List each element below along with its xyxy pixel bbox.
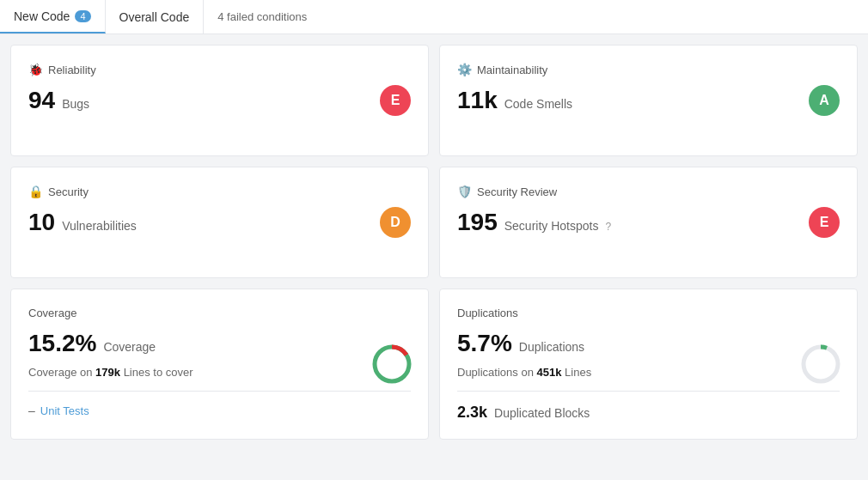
security-grade: D	[380, 207, 411, 238]
coverage-value: 15.2%	[28, 330, 96, 357]
duplications-donut-svg	[798, 342, 843, 386]
maintainability-metric: 11k Code Smells	[457, 87, 840, 114]
reliability-metric: 94 Bugs	[28, 87, 411, 114]
maintainability-card: ⚙️ Maintainability 11k Code Smells A	[439, 45, 858, 156]
security-card: 🔒 Security 10 Vulnerabilities D	[10, 167, 429, 278]
coverage-metric: 15.2% Coverage	[28, 330, 411, 357]
reliability-title: 🐞 Reliability	[28, 63, 411, 76]
maintainability-value: 11k	[457, 87, 498, 114]
coverage-sub: Coverage on 179k Lines to cover	[28, 366, 411, 379]
tab-overall-code-label: Overall Code	[119, 10, 190, 24]
duplications-metric: 5.7% Duplications	[457, 330, 840, 357]
tab-overall-code[interactable]: Overall Code	[106, 0, 205, 33]
tab-new-code-badge: 4	[75, 10, 90, 22]
coverage-donut-container	[370, 342, 414, 386]
security-metric: 10 Vulnerabilities	[28, 209, 411, 236]
duplications-donut-container	[798, 342, 843, 386]
tab-new-code-label: New Code	[14, 9, 70, 23]
tab-new-code[interactable]: New Code 4	[0, 0, 106, 33]
coverage-label: Coverage	[103, 340, 156, 354]
duplications-blocks-label: Duplicated Blocks	[494, 406, 590, 420]
reliability-icon: 🐞	[28, 63, 43, 76]
duplications-sub: Duplications on 451k Lines	[457, 366, 840, 379]
maintainability-label: Code Smells	[504, 97, 572, 111]
security-icon: 🔒	[28, 185, 43, 198]
coverage-title: Coverage	[28, 307, 411, 319]
duplications-blocks-row: 2.3k Duplicated Blocks	[457, 404, 840, 422]
coverage-donut-svg	[370, 342, 414, 386]
security-review-card: 🛡️ Security Review 195 Security Hotspots…	[439, 167, 858, 278]
security-review-help-icon[interactable]: ?	[605, 221, 611, 233]
reliability-label: Bugs	[62, 97, 89, 111]
duplications-value: 5.7%	[457, 330, 512, 357]
unit-tests-dash: –	[28, 404, 35, 417]
reliability-grade: E	[380, 85, 411, 116]
duplications-label: Duplications	[519, 340, 584, 354]
security-label: Vulnerabilities	[62, 219, 137, 233]
maintainability-grade: A	[809, 85, 840, 116]
security-value: 10	[28, 209, 55, 236]
security-review-label: Security Hotspots	[504, 219, 599, 233]
unit-tests-link[interactable]: Unit Tests	[40, 404, 89, 417]
failed-conditions: 4 failed conditions	[204, 0, 321, 33]
reliability-value: 94	[28, 87, 55, 114]
security-title: 🔒 Security	[28, 185, 411, 198]
maintainability-title: ⚙️ Maintainability	[457, 63, 840, 76]
svg-point-2	[804, 347, 838, 381]
security-review-value: 195	[457, 209, 498, 236]
duplications-divider	[457, 391, 840, 392]
coverage-card: Coverage 15.2% Coverage Coverage on 179k…	[10, 289, 429, 440]
duplications-card: Duplications 5.7% Duplications Duplicati…	[439, 289, 858, 440]
top-bar: New Code 4 Overall Code 4 failed conditi…	[0, 0, 868, 34]
security-review-metric: 195 Security Hotspots ?	[457, 209, 840, 236]
unit-tests-row: – Unit Tests	[28, 404, 411, 417]
reliability-card: 🐞 Reliability 94 Bugs E	[10, 45, 429, 156]
security-review-icon: 🛡️	[457, 185, 472, 198]
main-content: 🐞 Reliability 94 Bugs E ⚙️ Maintainabili…	[0, 34, 868, 450]
security-review-grade: E	[809, 207, 840, 238]
duplications-title: Duplications	[457, 307, 840, 319]
coverage-divider	[28, 391, 411, 392]
maintainability-icon: ⚙️	[457, 63, 472, 76]
security-review-title: 🛡️ Security Review	[457, 185, 840, 198]
duplications-blocks-value: 2.3k	[457, 404, 487, 422]
